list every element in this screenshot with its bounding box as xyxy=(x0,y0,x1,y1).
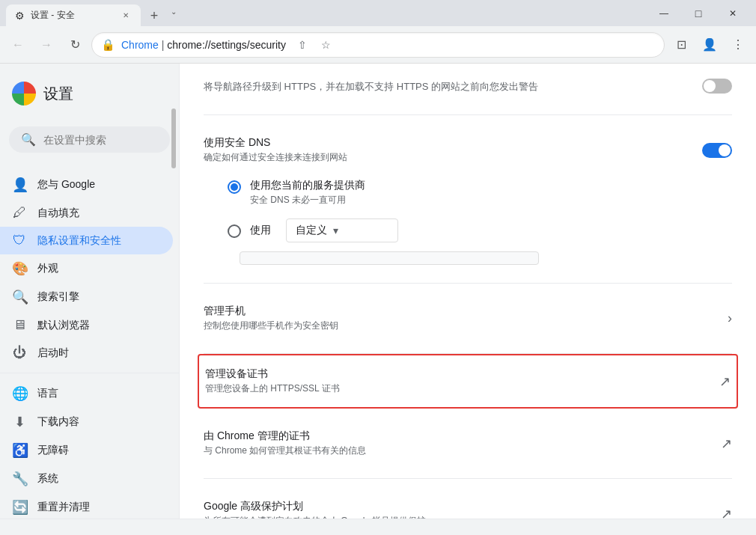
close-button[interactable] xyxy=(716,0,750,26)
titlebar-left: ⚙ 设置 - 安全 ✕ + ⌄ xyxy=(0,0,641,26)
secure-dns-title: 使用安全 DNS xyxy=(204,136,702,150)
tab-close-button[interactable]: ✕ xyxy=(120,10,132,22)
startup-icon: ⏻ xyxy=(12,345,27,361)
google-protection-info: Google 高级保护计划 为所有可能会遭到定向攻击的个人 Google 帐号提… xyxy=(204,500,721,519)
sidebar-item-startup[interactable]: ⏻ 启动时 xyxy=(0,339,173,367)
manage-phone-title: 管理手机 xyxy=(204,305,728,318)
https-upgrade-section: 将导航路径升级到 HTTPS，并在加载不支持 HTTPS 的网站之前向您发出警告 xyxy=(204,64,732,115)
statusbar xyxy=(0,519,756,535)
sidebar-item-downloads[interactable]: ⬇ 下载内容 xyxy=(0,408,173,436)
tab-search-button[interactable]: ⊡ xyxy=(669,33,693,57)
dns-current-radio[interactable] xyxy=(228,180,241,194)
dns-custom-label: 使用 xyxy=(250,224,271,237)
content-inner: 将导航路径升级到 HTTPS，并在加载不支持 HTTPS 的网站之前向您发出警告… xyxy=(180,64,756,519)
https-upgrade-desc: 将导航路径升级到 HTTPS，并在加载不支持 HTTPS 的网站之前向您发出警告 xyxy=(204,80,702,94)
manage-certs-external-icon[interactable]: ↗ xyxy=(719,373,731,390)
settings-search-bar[interactable]: 🔍 xyxy=(9,126,170,153)
profile-button[interactable]: 👤 xyxy=(698,33,722,57)
share-button[interactable]: ⇧ xyxy=(292,34,313,55)
titlebar: ⚙ 设置 - 安全 ✕ + ⌄ xyxy=(0,0,756,26)
sidebar-item-accessibility[interactable]: ♿ 无障碍 xyxy=(0,436,173,465)
address-actions: ⇧ ☆ xyxy=(292,34,337,55)
sidebar-item-language[interactable]: 🌐 语言 xyxy=(0,379,173,408)
new-tab-button[interactable]: + xyxy=(144,5,165,26)
reload-button[interactable]: ↻ xyxy=(63,33,87,57)
google-protection-external-icon[interactable]: ↗ xyxy=(721,506,732,519)
dropdown-arrow-icon: ▾ xyxy=(333,224,338,236)
sidebar-label-reset: 重置并清理 xyxy=(37,501,90,514)
manage-phone-section: 管理手机 控制您使用哪些手机作为安全密钥 › xyxy=(204,284,732,354)
google-protection-title: Google 高级保护计划 xyxy=(204,500,721,513)
sidebar-item-appearance[interactable]: 🎨 外观 xyxy=(0,254,173,283)
manage-certs-title: 管理设备证书 xyxy=(205,367,719,381)
minimize-button[interactable] xyxy=(647,0,681,26)
address-brand: Chrome xyxy=(121,39,159,51)
chrome-certs-title: 由 Chrome 管理的证书 xyxy=(204,429,721,443)
manage-phone-desc: 控制您使用哪些手机作为安全密钥 xyxy=(204,320,728,332)
language-icon: 🌐 xyxy=(12,385,27,402)
manage-certs-desc: 管理您设备上的 HTTPS/SSL 证书 xyxy=(205,382,719,395)
sidebar-item-google[interactable]: 👤 您与 Google xyxy=(0,171,173,199)
sidebar-label-system: 系统 xyxy=(37,472,58,486)
chrome-certs-row[interactable]: 由 Chrome 管理的证书 与 Chrome 如何管理其根证书有关的信息 ↗ xyxy=(204,421,732,466)
system-icon: 🔧 xyxy=(12,471,27,487)
manage-certs-row[interactable]: 管理设备证书 管理您设备上的 HTTPS/SSL 证书 ↗ xyxy=(205,355,731,407)
bookmark-button[interactable]: ☆ xyxy=(316,34,337,55)
security-icon: 🔒 xyxy=(101,38,115,52)
sidebar-item-autofill[interactable]: 🖊 自动填充 xyxy=(0,199,173,227)
secure-dns-row[interactable]: 使用安全 DNS 确定如何通过安全连接来连接到网站 xyxy=(204,127,732,173)
menu-button[interactable]: ⋮ xyxy=(726,33,750,57)
navbar: ← → ↻ 🔒 Chrome | chrome://settings/secur… xyxy=(0,26,756,64)
sidebar-label-startup: 启动时 xyxy=(37,346,69,360)
sidebar-divider xyxy=(0,373,179,373)
tab-menu-chevron-icon[interactable]: ⌄ xyxy=(171,7,177,16)
forward-button[interactable]: → xyxy=(34,33,58,57)
google-protection-row[interactable]: Google 高级保护计划 为所有可能会遭到定向攻击的个人 Google 帐号提… xyxy=(204,491,732,519)
dns-option-custom[interactable]: 使用 自定义 ▾ xyxy=(204,213,732,248)
autofill-icon: 🖊 xyxy=(12,205,27,221)
main-area: 设置 🔍 👤 您与 Google 🖊 自动填充 🛡 隐私设置和安全性 🎨 外观 xyxy=(0,64,756,519)
sidebar-item-search[interactable]: 🔍 搜索引擎 xyxy=(0,283,173,311)
search-icon: 🔍 xyxy=(21,132,36,147)
chrome-certs-external-icon[interactable]: ↗ xyxy=(721,435,732,452)
chrome-logo xyxy=(12,82,36,106)
address-text: Chrome | chrome://settings/security xyxy=(121,39,286,51)
dns-option-current[interactable]: 使用您当前的服务提供商 安全 DNS 未必一直可用 xyxy=(204,173,732,213)
active-tab[interactable]: ⚙ 设置 - 安全 ✕ xyxy=(6,4,141,26)
google-protection-desc: 为所有可能会遭到定向攻击的个人 Google 帐号提供保护 xyxy=(204,515,721,519)
sidebar-item-privacy[interactable]: 🛡 隐私设置和安全性 xyxy=(0,227,173,254)
maximize-button[interactable] xyxy=(681,0,716,26)
sidebar-label-search: 搜索引擎 xyxy=(37,290,79,304)
tab-title: 设置 - 安全 xyxy=(31,9,114,22)
manage-certs-info: 管理设备证书 管理您设备上的 HTTPS/SSL 证书 xyxy=(205,367,719,395)
chrome-certs-desc: 与 Chrome 如何管理其根证书有关的信息 xyxy=(204,444,721,457)
chrome-certs-info: 由 Chrome 管理的证书 与 Chrome 如何管理其根证书有关的信息 xyxy=(204,429,721,457)
dns-input-box[interactable] xyxy=(240,251,539,265)
minimize-icon xyxy=(659,8,668,19)
manage-certs-section: 管理设备证书 管理您设备上的 HTTPS/SSL 证书 ↗ xyxy=(198,354,738,409)
secure-dns-toggle[interactable] xyxy=(702,143,732,158)
search-input[interactable] xyxy=(43,134,158,146)
address-bar[interactable]: 🔒 Chrome | chrome://settings/security ⇧ … xyxy=(91,32,665,58)
reset-icon: 🔄 xyxy=(12,499,27,516)
manage-phone-row[interactable]: 管理手机 控制您使用哪些手机作为安全密钥 › xyxy=(204,296,732,341)
manage-phone-info: 管理手机 控制您使用哪些手机作为安全密钥 xyxy=(204,305,728,332)
shield-icon: 🛡 xyxy=(12,233,27,248)
dns-current-sublabel: 安全 DNS 未必一直可用 xyxy=(250,194,365,207)
content-area: 将导航路径升级到 HTTPS，并在加载不支持 HTTPS 的网站之前向您发出警告… xyxy=(180,64,756,519)
sidebar-item-system[interactable]: 🔧 系统 xyxy=(0,465,173,493)
tab-area: ⚙ 设置 - 安全 ✕ + xyxy=(0,0,165,26)
https-upgrade-row[interactable]: 将导航路径升级到 HTTPS，并在加载不支持 HTTPS 的网站之前向您发出警告 xyxy=(204,70,732,103)
dns-custom-dropdown[interactable]: 自定义 ▾ xyxy=(286,218,398,242)
back-button[interactable]: ← xyxy=(6,33,30,57)
sidebar-label-language: 语言 xyxy=(37,387,58,400)
sidebar-item-reset[interactable]: 🔄 重置并清理 xyxy=(0,493,173,519)
https-upgrade-info: 将导航路径升级到 HTTPS，并在加载不支持 HTTPS 的网站之前向您发出警告 xyxy=(204,79,702,94)
dns-custom-radio[interactable] xyxy=(228,224,241,238)
sidebar-header: 设置 xyxy=(0,70,179,111)
sidebar-label-privacy: 隐私设置和安全性 xyxy=(37,234,121,248)
sidebar-title: 设置 xyxy=(43,84,73,104)
titlebar-controls xyxy=(641,0,756,26)
sidebar-item-browser[interactable]: 🖥 默认浏览器 xyxy=(0,311,173,339)
https-upgrade-toggle[interactable] xyxy=(702,79,732,94)
